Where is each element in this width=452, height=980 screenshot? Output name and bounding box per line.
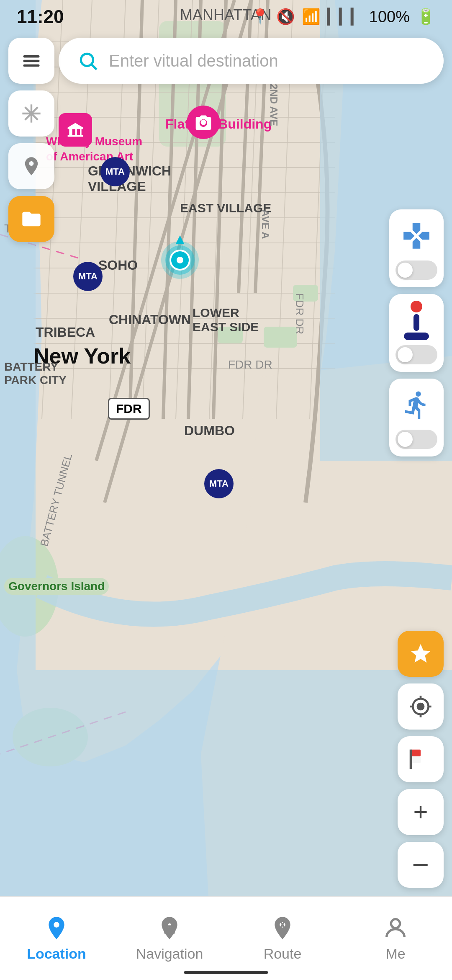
tab-me[interactable]: Me [345,915,446,962]
svg-rect-41 [0,670,452,913]
svg-point-45 [201,120,206,125]
skate-toggle[interactable] [396,430,437,449]
svg-rect-48 [23,55,40,57]
tab-me-label: Me [385,946,405,962]
left-buttons [8,38,54,242]
status-bar: 11:20 📍 🔇 📶 ▎▎▎ 100% 🔋 [0,0,452,34]
svg-rect-50 [23,64,40,67]
mute-icon: 🔇 [276,8,295,26]
menu-button[interactable] [8,38,54,84]
mta-badge-3: MTA [204,469,234,498]
battery-display: 100% [369,8,410,26]
svg-point-55 [29,111,34,116]
search-icon [75,48,100,73]
museum-poi[interactable] [59,113,92,147]
fdr-box: FDR [108,398,150,420]
signal-icon: ▎▎▎ [327,8,362,26]
svg-rect-42 [264,327,297,348]
location-status-icon: 📍 [251,8,270,26]
status-icons: 📍 🔇 📶 ▎▎▎ 100% 🔋 [251,8,435,26]
svg-rect-44 [218,327,243,343]
gamepad-card [389,209,444,287]
bottom-right-controls: + − [398,631,444,888]
svg-rect-49 [23,60,40,62]
mta-badge-2: MTA [73,262,103,291]
time-display: 11:20 [17,6,64,27]
target-button[interactable] [398,683,444,730]
svg-rect-43 [293,285,318,302]
tab-navigation[interactable]: Navigation [119,915,220,962]
back-folder-button[interactable] [8,196,54,242]
wifi-icon: 📶 [302,8,321,26]
camera-poi[interactable] [187,106,220,139]
skate-card [389,379,444,456]
tab-location[interactable]: Location [6,915,107,962]
search-placeholder: Enter vitual destination [109,52,278,70]
gamepad-icon[interactable] [398,217,435,255]
svg-rect-57 [411,756,421,763]
tab-bar: Location Navigation Route Me [0,896,452,980]
svg-rect-56 [411,750,421,756]
joystick-card [389,294,444,372]
joystick-icon[interactable] [398,302,435,339]
snowflake-button[interactable] [8,90,54,137]
battery-icon: 🔋 [416,8,435,26]
svg-point-63 [391,919,400,928]
mta-badge-1: MTA [100,157,130,186]
tab-location-label: Location [27,946,86,962]
right-buttons [389,209,444,456]
svg-line-47 [92,64,96,69]
home-indicator [184,971,268,974]
road-button[interactable] [398,736,444,782]
search-bar[interactable]: Enter vitual destination [59,38,444,84]
location-dot [161,241,199,279]
tab-route-label: Route [264,946,302,962]
skate-icon[interactable] [398,386,435,424]
location-marker-button[interactable] [8,143,54,189]
zoom-in-button[interactable]: + [398,789,444,835]
zoom-out-button[interactable]: − [398,842,444,888]
tab-route[interactable]: Route [232,915,333,962]
map-container[interactable]: MANHATTAN Flatiron Building Whitney Muse… [0,0,452,913]
joystick-toggle[interactable] [396,345,437,364]
svg-point-46 [81,54,93,66]
gamepad-toggle[interactable] [396,260,437,280]
star-button[interactable] [398,631,444,677]
tab-navigation-label: Navigation [136,946,203,962]
